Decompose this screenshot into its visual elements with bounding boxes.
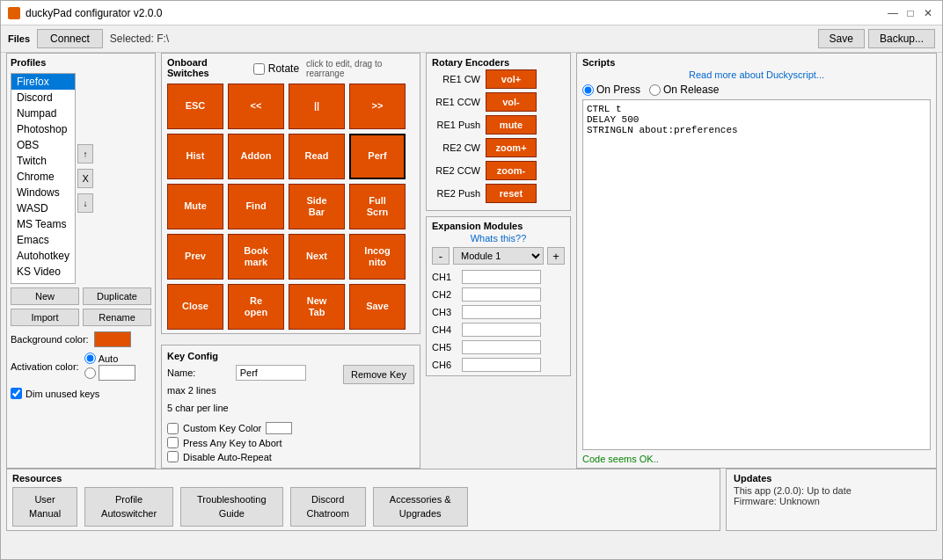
- key-button-esc[interactable]: ESC: [167, 84, 223, 129]
- resource-button-1[interactable]: ProfileAutoswitcher: [84, 487, 173, 527]
- profile-item-photoshop[interactable]: Photoshop: [11, 121, 75, 137]
- resources-label: Resources: [12, 473, 714, 484]
- dim-checkbox[interactable]: [11, 388, 22, 399]
- custom-key-color-swatch[interactable]: [266, 422, 292, 434]
- key-button-<<[interactable]: <<: [228, 84, 284, 129]
- profile-item-chrome[interactable]: Chrome: [11, 169, 75, 185]
- profile-item-discord[interactable]: Discord: [11, 90, 75, 105]
- rotate-checkbox[interactable]: [253, 63, 265, 75]
- rotary-rows: RE1 CWvol+RE1 CCWvol-RE1 PushmuteRE2 CWz…: [432, 69, 565, 203]
- on-release-label: On Release: [663, 84, 719, 96]
- save-button[interactable]: Save: [818, 29, 865, 48]
- rotary-btn-5[interactable]: reset: [486, 184, 537, 203]
- rename-profile-button[interactable]: Rename: [83, 309, 151, 326]
- key-button-prev[interactable]: Prev: [167, 234, 223, 280]
- custom-radio[interactable]: [84, 367, 96, 379]
- key-button-find[interactable]: Find: [228, 184, 284, 229]
- bg-color-swatch[interactable]: [94, 331, 131, 347]
- key-button-mute[interactable]: Mute: [167, 184, 223, 229]
- duplicate-profile-button[interactable]: Duplicate: [83, 287, 151, 305]
- rotary-btn-4[interactable]: zoom-: [486, 161, 537, 180]
- profiles-title: Profiles: [11, 57, 151, 68]
- profile-item-autohotkey[interactable]: Autohotkey: [11, 248, 75, 264]
- key-button-incognito[interactable]: Incognito: [349, 234, 406, 280]
- maximize-button[interactable]: □: [903, 6, 917, 20]
- key-name-input[interactable]: [236, 365, 306, 381]
- profile-up-button[interactable]: ↑: [77, 144, 93, 164]
- channel-row-ch3: CH3: [432, 305, 565, 319]
- key-button-hist[interactable]: Hist: [167, 134, 223, 179]
- module-plus-button[interactable]: +: [547, 247, 565, 265]
- auto-radio[interactable]: [84, 353, 96, 364]
- whats-this-link[interactable]: Whats this??: [432, 233, 565, 244]
- on-release-radio[interactable]: [649, 84, 661, 96]
- profiles-list[interactable]: FirefoxDiscordNumpadPhotoshopOBSTwitchCh…: [11, 73, 76, 284]
- key-button-close[interactable]: Close: [167, 284, 223, 330]
- close-button[interactable]: ✕: [921, 6, 935, 20]
- minimize-button[interactable]: —: [886, 6, 900, 20]
- selected-path: Selected: F:\: [110, 33, 169, 45]
- rotary-btn-3[interactable]: zoom+: [486, 138, 537, 157]
- profile-x-button[interactable]: X: [77, 169, 93, 188]
- key-button-reopen[interactable]: Reopen: [228, 284, 284, 330]
- new-profile-button[interactable]: New: [11, 287, 79, 305]
- app-title: duckyPad configurator v2.0.0: [26, 7, 162, 19]
- ducky-link[interactable]: Read more about Duckyscript...: [582, 69, 931, 80]
- key-button-fullscrn[interactable]: FullScrn: [349, 184, 406, 229]
- profile-item-twitch[interactable]: Twitch: [11, 153, 75, 169]
- ch-input-ch1[interactable]: [462, 270, 541, 284]
- key-button-save[interactable]: Save: [349, 284, 406, 330]
- rotary-btn-2[interactable]: mute: [486, 115, 537, 135]
- key-button-next[interactable]: Next: [289, 234, 345, 280]
- ch-label-ch4: CH4: [432, 324, 457, 335]
- backup-button[interactable]: Backup...: [868, 29, 935, 48]
- rotary-btn-1[interactable]: vol-: [486, 92, 537, 112]
- bg-color-row: Background color:: [11, 331, 151, 347]
- custom-color-swatch[interactable]: [99, 365, 135, 381]
- key-button-sidebar[interactable]: SideBar: [289, 184, 345, 229]
- press-any-key-checkbox[interactable]: [167, 437, 179, 448]
- profile-down-button[interactable]: ↓: [77, 193, 93, 213]
- script-textarea[interactable]: [582, 99, 931, 450]
- profile-item-emacs[interactable]: Emacs: [11, 232, 75, 248]
- profile-item-windows[interactable]: Windows: [11, 185, 75, 200]
- rotary-row-2: RE1 Pushmute: [432, 115, 565, 135]
- profile-item-numpad[interactable]: Numpad: [11, 105, 75, 121]
- profile-item-ms-teams[interactable]: MS Teams: [11, 216, 75, 232]
- profile-item-firefox[interactable]: Firefox: [11, 74, 75, 90]
- ch-input-ch3[interactable]: [462, 305, 541, 319]
- resource-button-3[interactable]: DiscordChatroom: [290, 487, 366, 527]
- disable-auto-repeat-checkbox[interactable]: [167, 451, 179, 462]
- expansion-title: Expansion Modules: [432, 221, 565, 231]
- connect-button[interactable]: Connect: [37, 29, 103, 48]
- module-select[interactable]: Module 1: [453, 247, 544, 265]
- module-minus-button[interactable]: -: [432, 247, 450, 265]
- ch-label-ch1: CH1: [432, 272, 457, 282]
- on-press-radio[interactable]: [582, 84, 594, 96]
- resource-button-2[interactable]: TroubleshootingGuide: [180, 487, 282, 527]
- rotary-btn-0[interactable]: vol+: [486, 69, 537, 89]
- ch-input-ch6[interactable]: [462, 358, 541, 372]
- key-button-bookmark[interactable]: Bookmark: [228, 234, 284, 280]
- key-button-newtab[interactable]: NewTab: [289, 284, 345, 330]
- dim-check-row: Dim unused keys: [11, 388, 151, 399]
- resource-button-0[interactable]: UserManual: [12, 487, 77, 527]
- onboard-panel: Onboard Switches Rotate click to edit, d…: [161, 53, 420, 334]
- key-button-addon[interactable]: Addon: [228, 134, 284, 179]
- rotary-row-0: RE1 CWvol+: [432, 69, 565, 89]
- key-button-read[interactable]: Read: [289, 134, 345, 179]
- remove-key-button[interactable]: Remove Key: [343, 365, 414, 384]
- profile-item-ks-video[interactable]: KS Video: [11, 264, 75, 280]
- custom-key-color-checkbox[interactable]: [167, 423, 179, 434]
- name-label: Name:: [167, 365, 229, 382]
- ch-input-ch5[interactable]: [462, 340, 541, 354]
- key-button-||[interactable]: ||: [289, 84, 345, 129]
- import-profile-button[interactable]: Import: [11, 309, 79, 326]
- profile-item-wasd[interactable]: WASD: [11, 200, 75, 216]
- key-button-perf[interactable]: Perf: [349, 134, 406, 179]
- resource-button-4[interactable]: Accessories &Upgrades: [373, 487, 468, 527]
- profile-item-obs[interactable]: OBS: [11, 137, 75, 153]
- key-button->>[interactable]: >>: [349, 84, 406, 129]
- ch-input-ch4[interactable]: [462, 323, 541, 337]
- ch-input-ch2[interactable]: [462, 287, 541, 302]
